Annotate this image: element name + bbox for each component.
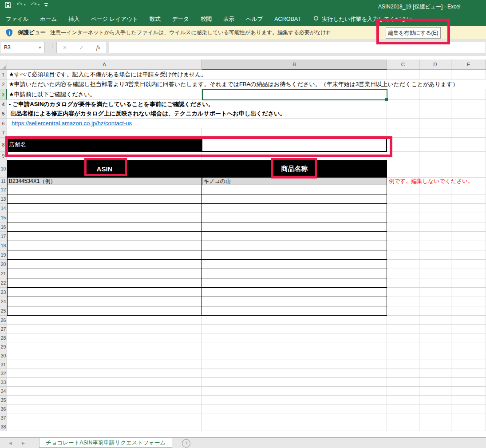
cell-D27[interactable] <box>419 325 451 333</box>
cell-D3[interactable] <box>419 89 451 100</box>
cell-A10[interactable]: ASIN <box>7 160 202 178</box>
row-header-15[interactable]: 15 <box>0 213 7 222</box>
cell-A4[interactable]: - ご申請ASINのカタログが要件を満たしていることを事前にご確認ください。 <box>7 100 387 109</box>
row-header-24[interactable]: 24 <box>0 297 7 306</box>
ribbon-tab-5[interactable]: データ <box>166 12 195 26</box>
cell-B37[interactable] <box>202 413 387 422</box>
ribbon-tab-1[interactable]: ホーム <box>34 12 63 26</box>
save-icon[interactable] <box>4 1 12 8</box>
cell-B38[interactable] <box>202 422 387 431</box>
row-header-27[interactable]: 27 <box>0 325 7 333</box>
cell-E4[interactable] <box>451 100 486 109</box>
cell-B20[interactable] <box>202 260 387 269</box>
cell-C20[interactable] <box>387 260 419 269</box>
cell-E34[interactable] <box>451 387 486 396</box>
enable-editing-button[interactable]: 編集を有効にする(E) <box>386 27 441 39</box>
cell-A38[interactable] <box>7 422 202 431</box>
row-header-11[interactable]: 11 <box>0 178 7 185</box>
cell-A19[interactable] <box>7 250 202 260</box>
cell-E36[interactable] <box>451 404 486 413</box>
row-header-8[interactable]: 8 <box>0 138 7 152</box>
row-header-6[interactable]: 6 <box>0 119 7 128</box>
cell-B18[interactable] <box>202 241 387 250</box>
cell-C13[interactable] <box>387 194 419 204</box>
cell-D24[interactable] <box>419 297 451 306</box>
cell-D15[interactable] <box>419 213 451 222</box>
cell-E35[interactable] <box>451 396 486 404</box>
cell-C26[interactable] <box>387 316 419 325</box>
ribbon-tab-7[interactable]: 表示 <box>217 12 240 26</box>
cell-C32[interactable] <box>387 369 419 378</box>
cell-D25[interactable] <box>419 306 451 316</box>
sheet-nav-right-icon[interactable]: ▶ <box>22 441 25 445</box>
cell-D6[interactable] <box>419 119 451 128</box>
ribbon-tab-0[interactable]: ファイル <box>0 12 34 26</box>
column-header-E[interactable]: E <box>451 59 486 70</box>
cell-A20[interactable] <box>7 260 202 269</box>
row-header-33[interactable]: 33 <box>0 378 7 387</box>
row-header-18[interactable]: 18 <box>0 241 7 250</box>
row-header-32[interactable]: 32 <box>0 369 7 378</box>
cell-B25[interactable] <box>202 306 387 316</box>
ribbon-tab-8[interactable]: ヘルプ <box>240 12 269 26</box>
cell-D37[interactable] <box>419 413 451 422</box>
cell-B7[interactable] <box>202 128 387 138</box>
cell-C31[interactable] <box>387 360 419 369</box>
cell-C16[interactable] <box>387 222 419 232</box>
name-box[interactable]: B3 ▼ <box>0 42 45 53</box>
row-header-16[interactable]: 16 <box>0 222 7 232</box>
cell-B17[interactable] <box>202 232 387 241</box>
cell-C9[interactable] <box>387 152 419 160</box>
cell-B23[interactable] <box>202 288 387 297</box>
cell-B31[interactable] <box>202 360 387 369</box>
cell-E20[interactable] <box>451 260 486 269</box>
cell-C29[interactable] <box>387 342 419 351</box>
cancel-icon[interactable]: × <box>63 44 67 51</box>
cell-E8[interactable] <box>451 138 486 152</box>
cell-D7[interactable] <box>419 128 451 138</box>
cell-C5[interactable] <box>387 109 419 119</box>
cell-B13[interactable] <box>202 194 387 204</box>
row-header-36[interactable]: 36 <box>0 404 7 413</box>
cell-B27[interactable] <box>202 325 387 333</box>
cell-A37[interactable] <box>7 413 202 422</box>
cell-D30[interactable] <box>419 351 451 360</box>
cell-A12[interactable] <box>7 185 202 194</box>
cell-E18[interactable] <box>451 241 486 250</box>
cell-E22[interactable] <box>451 278 486 288</box>
cell-B33[interactable] <box>202 378 387 387</box>
sheet-tab-active[interactable]: チョコレートASIN事前申請リクエストフォーム <box>39 438 172 448</box>
cell-D36[interactable] <box>419 404 451 413</box>
cell-A30[interactable] <box>7 351 202 360</box>
cell-E37[interactable] <box>451 413 486 422</box>
cell-B32[interactable] <box>202 369 387 378</box>
sheet-nav-left-icon[interactable]: ◀ <box>9 441 12 445</box>
cell-A9[interactable] <box>7 152 202 160</box>
cell-D8[interactable] <box>419 138 451 152</box>
cell-B22[interactable] <box>202 278 387 288</box>
cell-C24[interactable] <box>387 297 419 306</box>
cell-B35[interactable] <box>202 396 387 404</box>
cell-B16[interactable] <box>202 222 387 232</box>
cell-E13[interactable] <box>451 194 486 204</box>
ribbon-tab-3[interactable]: ページ レイアウト <box>85 12 144 26</box>
row-header-14[interactable]: 14 <box>0 204 7 213</box>
cell-E6[interactable] <box>451 119 486 128</box>
cell-B15[interactable] <box>202 213 387 222</box>
cell-B29[interactable] <box>202 342 387 351</box>
cell-E29[interactable] <box>451 342 486 351</box>
row-header-25[interactable]: 25 <box>0 306 7 316</box>
cell-A34[interactable] <box>7 387 202 396</box>
cell-D17[interactable] <box>419 232 451 241</box>
cell-C6[interactable] <box>387 119 419 128</box>
row-header-5[interactable]: 5 <box>0 109 7 119</box>
cell-E7[interactable] <box>451 128 486 138</box>
cell-C38[interactable] <box>387 422 419 431</box>
cell-C28[interactable] <box>387 333 419 342</box>
cell-A26[interactable] <box>7 316 202 325</box>
cell-A27[interactable] <box>7 325 202 333</box>
row-header-23[interactable]: 23 <box>0 288 7 297</box>
cell-A32[interactable] <box>7 369 202 378</box>
cell-C12[interactable] <box>387 185 419 194</box>
cell-B24[interactable] <box>202 297 387 306</box>
